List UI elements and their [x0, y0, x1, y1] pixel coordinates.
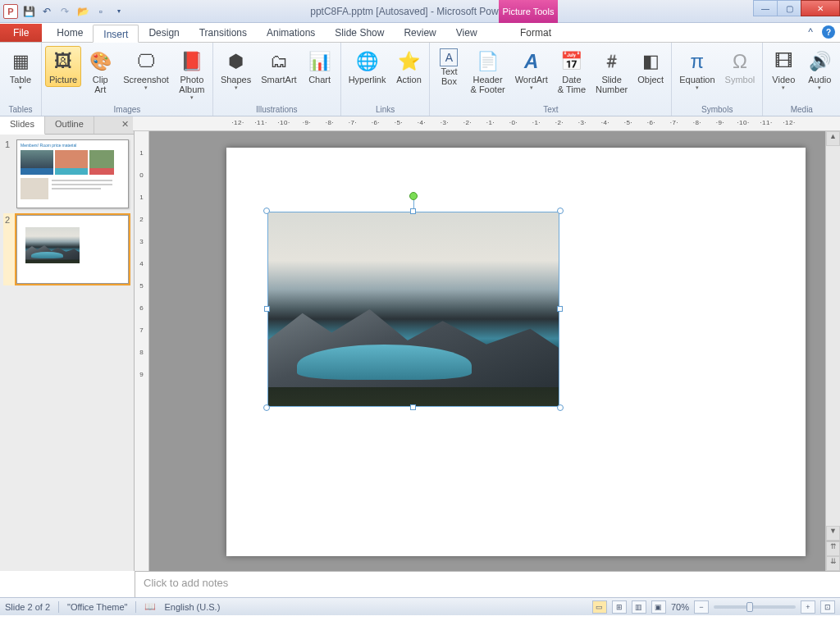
resize-handle-ne[interactable] [557, 208, 564, 214]
zoom-in-button[interactable]: + [801, 600, 815, 614]
slide-thumbnail-2[interactable]: 2 [3, 213, 130, 285]
quick-access-toolbar: P 💾 ↶ ↷ 📂 ▫ ▾ [0, 4, 126, 19]
animations-tab[interactable]: Animations [257, 24, 325, 42]
slides-tab[interactable]: Slides [0, 116, 45, 135]
new-icon[interactable]: ▫ [94, 4, 108, 19]
next-slide-icon[interactable]: ⇊ [826, 556, 840, 571]
clipart-button[interactable]: 🎨Clip Art [83, 46, 117, 97]
reading-view-button[interactable]: ▥ [632, 600, 646, 614]
prev-slide-icon[interactable]: ⇈ [826, 541, 840, 556]
help-icon[interactable]: ? [822, 25, 835, 39]
group-label-media: Media [766, 104, 837, 116]
app-icon[interactable]: P [3, 4, 18, 19]
slide-canvas-area[interactable] [149, 131, 825, 571]
table-button[interactable]: ▦Table▾ [3, 46, 38, 94]
theme-indicator[interactable]: "Office Theme" [67, 602, 127, 612]
resize-handle-nw[interactable] [263, 208, 270, 214]
clipart-icon: 🎨 [87, 48, 113, 75]
textbox-button[interactable]: AText Box [433, 46, 464, 89]
slidenumber-icon: #️ [599, 48, 625, 75]
group-label-text: Text [433, 104, 668, 116]
normal-view-button[interactable]: ▭ [592, 600, 607, 614]
ribbon: ▦Table▾ Tables 🖼Picture 🎨Clip Art 🖵Scree… [0, 43, 840, 116]
video-button[interactable]: 🎞Video▾ [766, 46, 801, 94]
view-tab[interactable]: View [446, 24, 487, 42]
selected-picture[interactable] [267, 212, 559, 407]
language-indicator[interactable]: English (U.S.) [164, 602, 220, 612]
outline-tab[interactable]: Outline [45, 116, 94, 134]
notes-pane[interactable]: Click to add notes [135, 571, 840, 597]
zoom-level[interactable]: 70% [671, 602, 689, 612]
transitions-tab[interactable]: Transitions [189, 24, 257, 42]
picture-button[interactable]: 🖼Picture [45, 46, 81, 87]
vertical-scrollbar[interactable]: ▲ ▼ ⇈ ⇊ [825, 131, 840, 571]
chart-button[interactable]: 📊Chart [303, 46, 337, 87]
resize-handle-n[interactable] [410, 208, 416, 214]
undo-icon[interactable]: ↶ [39, 4, 54, 19]
fit-window-button[interactable]: ⊡ [820, 600, 835, 614]
qat-more-icon[interactable]: ▾ [112, 4, 126, 19]
headerfooter-button[interactable]: 📄Header & Footer [466, 46, 509, 97]
screenshot-button[interactable]: 🖵Screenshot▾ [119, 46, 173, 94]
wordart-button[interactable]: AWordArt▾ [511, 46, 552, 94]
group-tables: ▦Table▾ Tables [0, 43, 42, 116]
scroll-up-icon[interactable]: ▲ [826, 131, 840, 146]
symbol-button: ΩSymbol [721, 46, 760, 87]
photoalbum-button[interactable]: 📕Photo Album▾ [175, 46, 209, 103]
object-button[interactable]: ◧Object [633, 46, 668, 87]
group-text: AText Box 📄Header & Footer AWordArt▾ 📅Da… [430, 43, 672, 116]
review-tab[interactable]: Review [394, 24, 445, 42]
slide-canvas[interactable] [226, 148, 806, 556]
vertical-ruler[interactable]: 10123456789 [135, 131, 149, 571]
slide-thumbnail-1[interactable]: 1 Members! Room price material [5, 139, 129, 208]
minimize-button[interactable]: — [753, 0, 778, 16]
shapes-button[interactable]: ⬢Shapes▾ [217, 46, 255, 94]
group-label-illus: Illustrations [217, 104, 337, 116]
format-tab[interactable]: Format [510, 24, 561, 42]
horizontal-ruler[interactable]: ·12··11··10··9··8··7··6··5··4··3··2··1··… [133, 116, 840, 131]
file-tab[interactable]: File [0, 24, 42, 42]
close-panel-icon[interactable]: ✕ [116, 116, 134, 134]
scroll-down-icon[interactable]: ▼ [826, 526, 840, 541]
redo-icon[interactable]: ↷ [57, 4, 72, 19]
resize-handle-sw[interactable] [263, 404, 270, 411]
equation-icon: π [684, 48, 710, 75]
slides-panel: Slides Outline ✕ 1 Members! Room price m… [0, 116, 135, 571]
insert-tab[interactable]: Insert [93, 25, 139, 43]
sorter-view-button[interactable]: ⊞ [612, 600, 627, 614]
shapes-icon: ⬢ [223, 48, 249, 75]
home-tab[interactable]: Home [47, 24, 93, 42]
zoom-thumb[interactable] [746, 602, 753, 612]
workspace: Slides Outline ✕ 1 Members! Room price m… [0, 116, 840, 571]
smartart-button[interactable]: 🗂SmartArt [257, 46, 300, 87]
maximize-button[interactable]: ▢ [777, 0, 801, 16]
audio-button[interactable]: 🔊Audio▾ [802, 46, 837, 94]
resize-handle-w[interactable] [264, 306, 270, 312]
save-icon[interactable]: 💾 [21, 4, 36, 19]
close-button[interactable]: ✕ [801, 0, 840, 16]
equation-button[interactable]: πEquation▾ [675, 46, 719, 94]
resize-handle-s[interactable] [410, 404, 416, 410]
zoom-out-button[interactable]: − [694, 600, 709, 614]
slide-indicator[interactable]: Slide 2 of 2 [5, 602, 50, 612]
open-icon[interactable]: 📂 [75, 4, 90, 19]
editor-area: ·12··11··10··9··8··7··6··5··4··3··2··1··… [135, 116, 840, 571]
action-button[interactable]: ⭐Action [391, 46, 426, 87]
slidenumber-button[interactable]: #️Slide Number [591, 46, 632, 97]
slideshow-view-button[interactable]: ▣ [651, 600, 666, 614]
resize-handle-se[interactable] [557, 404, 564, 411]
spellcheck-icon[interactable]: 📖 [144, 601, 156, 612]
picture-icon: 🖼 [50, 48, 76, 75]
datetime-button[interactable]: 📅Date & Time [554, 46, 590, 97]
zoom-slider[interactable] [714, 605, 796, 609]
resize-handle-e[interactable] [557, 306, 563, 312]
design-tab[interactable]: Design [139, 24, 189, 42]
photoalbum-icon: 📕 [179, 48, 205, 75]
hyperlink-icon: 🌐 [354, 48, 381, 75]
textbox-icon: A [440, 48, 458, 66]
minimize-ribbon-icon[interactable]: ^ [804, 25, 817, 39]
group-label-tables: Tables [3, 104, 38, 116]
hyperlink-button[interactable]: 🌐Hyperlink [345, 46, 390, 87]
rotate-handle[interactable] [409, 192, 418, 200]
slideshow-tab[interactable]: Slide Show [325, 24, 394, 42]
